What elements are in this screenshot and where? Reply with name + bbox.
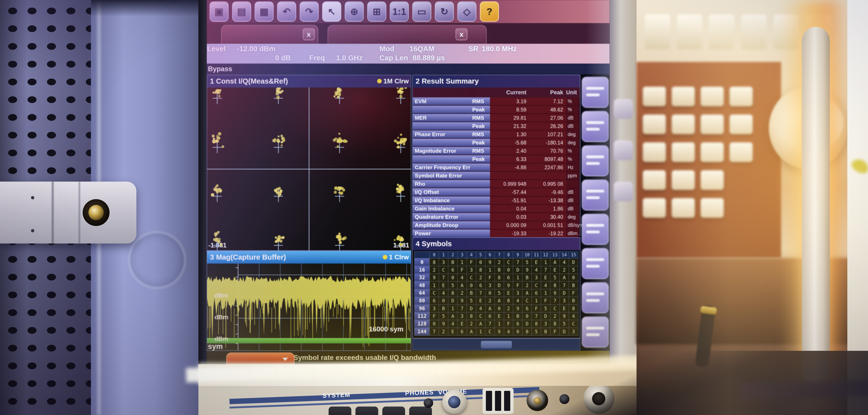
symbol-cell: B: [495, 266, 504, 274]
symbol-cell: A: [523, 289, 531, 297]
system-hardkey[interactable]: [382, 407, 405, 415]
row-label: 144: [414, 328, 430, 335]
redo-icon[interactable]: ↷: [300, 1, 319, 22]
constellation-dot: [400, 188, 402, 190]
tab-channel-1[interactable]: x: [221, 25, 318, 44]
system-hardkey[interactable]: [329, 407, 351, 415]
usb-ports[interactable]: [483, 388, 514, 414]
constellation-dot: [218, 132, 221, 136]
keypad-key[interactable]: [643, 198, 666, 218]
symbol-cell: 0: [439, 297, 448, 304]
trace-floor-band: [207, 338, 411, 343]
aux-jack[interactable]: [559, 394, 569, 404]
zoom-select-icon[interactable]: ⊞: [367, 1, 386, 22]
constellation-dot: [212, 135, 215, 138]
symbol-cell: 2: [439, 328, 448, 335]
open-icon[interactable]: ▣: [210, 1, 228, 22]
keypad-key[interactable]: [672, 170, 695, 190]
mod-value: 16QAM: [409, 44, 434, 53]
current-value: 2.40: [490, 147, 529, 155]
keypad-key[interactable]: [701, 114, 724, 134]
bypass-tag: Bypass: [207, 64, 610, 74]
symbol-cell: 8: [550, 281, 559, 289]
volume-knob[interactable]: [442, 390, 467, 414]
close-icon[interactable]: x: [303, 28, 315, 40]
bracket-groove: [52, 182, 54, 243]
save-icon[interactable]: ▤: [232, 1, 251, 22]
symbol-cell: 7: [486, 320, 495, 327]
keypad-key[interactable]: [730, 87, 753, 106]
unit-value: dB: [566, 122, 579, 130]
display-icon[interactable]: ▭: [412, 1, 431, 22]
symbol-cell: E: [550, 266, 559, 274]
softkey-button[interactable]: [582, 179, 609, 210]
keypad-key[interactable]: [643, 142, 666, 162]
phones-jack[interactable]: [424, 398, 433, 408]
zoom-in-icon[interactable]: ⊕: [345, 1, 364, 22]
constellation-dot: [397, 88, 399, 89]
constellation-dot: [340, 192, 343, 195]
bezel-softkey-button[interactable]: [614, 99, 633, 119]
softkey-button[interactable]: [582, 248, 609, 279]
symbol-cell: F: [486, 274, 495, 281]
system-hardkey[interactable]: [355, 407, 378, 415]
zoom-one-to-one-icon[interactable]: 1:1: [390, 1, 409, 22]
constellation-dot: [335, 137, 337, 140]
symbol-cell: 0: [523, 312, 531, 320]
keypad-key[interactable]: [672, 87, 695, 106]
symbol-cell: F: [569, 289, 578, 297]
peak-value: 48.62: [529, 106, 566, 113]
keypad-key[interactable]: [701, 142, 724, 162]
measurement-name: Rho: [413, 180, 470, 188]
softkey-button[interactable]: [582, 282, 609, 313]
keypad-key[interactable]: [730, 114, 753, 134]
keypad-key[interactable]: [701, 198, 724, 218]
measurement-sub: RMS: [470, 114, 490, 122]
symbol-cell: E: [495, 312, 504, 320]
keypad-key[interactable]: [672, 114, 695, 134]
power-sensor-connector[interactable]: [527, 390, 548, 411]
keypad-key[interactable]: [701, 170, 724, 190]
print-icon[interactable]: ▦: [255, 1, 274, 22]
undo-icon[interactable]: ↶: [277, 1, 296, 22]
symbol-cell: 7: [532, 312, 541, 320]
row-label: 0: [414, 258, 430, 266]
column-header: 6: [486, 251, 495, 258]
keypad-key[interactable]: [643, 170, 666, 190]
rf-input-connector[interactable]: [583, 386, 614, 414]
keypad-key[interactable]: [643, 114, 666, 134]
unit-value: deg: [566, 139, 579, 146]
keypad-key[interactable]: [672, 198, 695, 218]
system-hardkey[interactable]: [409, 407, 432, 415]
measurement-sub: [470, 221, 490, 229]
softkey-button[interactable]: [582, 317, 609, 348]
bezel-softkey-button[interactable]: [614, 140, 633, 160]
help-icon[interactable]: ?: [480, 1, 499, 22]
softkey-button[interactable]: [582, 214, 609, 245]
softkey-button[interactable]: [582, 111, 609, 142]
keypad-key[interactable]: [643, 87, 666, 106]
row-label: 64: [414, 289, 430, 297]
softkey-button[interactable]: [582, 77, 609, 108]
keypad-key[interactable]: [730, 142, 753, 162]
keypad-key[interactable]: [672, 142, 695, 162]
symbol-cell: 8: [532, 320, 541, 327]
symbol-cell: 9: [458, 297, 467, 304]
sequencer-tab-button[interactable]: [226, 352, 294, 364]
bracket-groove: [79, 182, 80, 243]
sequence-refresh-icon[interactable]: ↻: [435, 1, 454, 22]
peak-value: 107.21: [529, 130, 566, 138]
keypad-key[interactable]: [701, 87, 724, 106]
symbol-cell: C: [569, 320, 578, 327]
footer-button[interactable]: [481, 341, 512, 348]
current-value: 3.19: [490, 97, 529, 105]
marker-help-icon[interactable]: ◇: [457, 1, 476, 22]
tab-channel-2[interactable]: x: [328, 25, 487, 44]
constellation-dot: [219, 190, 222, 193]
symbol-cell: D: [448, 297, 457, 304]
bezel-softkey-button[interactable]: [614, 182, 633, 201]
softkey-button[interactable]: [582, 145, 609, 176]
constellation-title: 1 Const I/Q(Meas&Ref) 1M Clrw: [207, 75, 411, 88]
pointer-icon[interactable]: ↖: [322, 1, 341, 22]
close-icon[interactable]: x: [456, 28, 467, 40]
